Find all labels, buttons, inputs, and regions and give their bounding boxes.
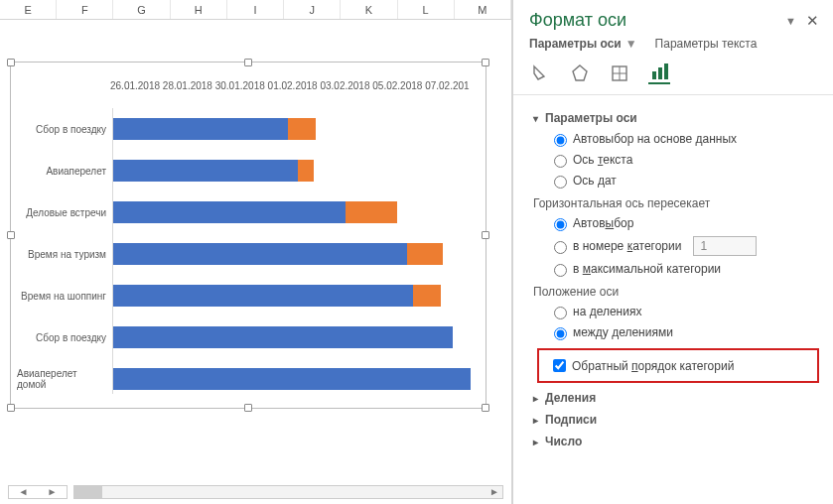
sheet-tab-scroll[interactable]: ◄ ► xyxy=(8,485,68,499)
bar-segment-series2[interactable] xyxy=(346,201,397,223)
axis-position-label: Положение оси xyxy=(533,285,823,299)
tab-text-options[interactable]: Параметры текста xyxy=(655,37,758,51)
axis-tick: 30.01.2018 xyxy=(215,80,268,91)
checkbox-reverse-order[interactable]: Обратный порядок категорий xyxy=(549,356,807,375)
resize-handle[interactable] xyxy=(482,231,489,239)
chart-category-axis[interactable]: Сбор в поездку Авиаперелет Деловые встре… xyxy=(17,108,110,394)
crosses-at-label: Горизонтальная ось пересекает xyxy=(533,196,823,210)
svg-rect-6 xyxy=(664,63,668,79)
axis-tick: 07.02.201 xyxy=(425,80,478,91)
resize-handle[interactable] xyxy=(7,59,15,66)
svg-rect-5 xyxy=(658,67,662,79)
chart-bar-row[interactable] xyxy=(113,316,478,358)
radio-axis-type-auto[interactable]: Автовыбор на основе данных xyxy=(549,131,823,147)
bar-segment-series1[interactable] xyxy=(113,285,413,307)
chart-plot-area[interactable] xyxy=(112,108,478,394)
bar-segment-series2[interactable] xyxy=(413,285,441,307)
format-axis-pane: Формат оси ▼ ✕ Параметры оси ▼ Параметры… xyxy=(513,0,833,504)
section-labels[interactable]: ▸ Подписи xyxy=(533,413,823,427)
resize-handle[interactable] xyxy=(7,231,15,239)
bar-segment-series1[interactable] xyxy=(113,368,471,390)
col-header[interactable]: H xyxy=(171,0,227,19)
bar-segment-series1[interactable] xyxy=(113,160,298,182)
axis-options-icon[interactable] xyxy=(648,63,670,84)
resize-handle[interactable] xyxy=(482,404,489,412)
axis-tick: 26.01.2018 xyxy=(110,80,163,91)
chart-bar-row[interactable] xyxy=(113,233,478,275)
col-header[interactable]: K xyxy=(341,0,397,19)
bar-segment-series2[interactable] xyxy=(298,160,314,182)
chevron-down-icon: ▾ xyxy=(533,113,545,124)
tab-scroll-next-icon[interactable]: ► xyxy=(38,486,67,498)
bar-segment-series1[interactable] xyxy=(113,326,453,348)
tab-scroll-prev-icon[interactable]: ◄ xyxy=(9,486,38,498)
radio-crosses-auto[interactable]: Автовыбор xyxy=(549,215,823,231)
crosses-category-input[interactable] xyxy=(693,236,757,256)
chart-date-axis[interactable]: 26.01.2018 28.01.2018 30.01.2018 01.02.2… xyxy=(110,80,478,91)
radio-crosses-category[interactable]: в номере категории xyxy=(549,236,823,256)
category-label: Авиаперелет xyxy=(17,150,110,191)
svg-rect-4 xyxy=(652,71,656,79)
col-header[interactable]: J xyxy=(284,0,341,19)
chevron-right-icon: ▸ xyxy=(533,437,545,447)
chart-bar-row[interactable] xyxy=(113,358,478,400)
scroll-right-icon[interactable]: ► xyxy=(487,486,501,498)
bar-segment-series2[interactable] xyxy=(288,118,316,140)
dropdown-icon[interactable]: ▼ xyxy=(625,37,637,51)
bar-segment-series1[interactable] xyxy=(113,118,288,140)
radio-position-between-ticks[interactable]: между делениями xyxy=(549,324,823,340)
category-label: Сбор в поездку xyxy=(17,316,110,358)
resize-handle[interactable] xyxy=(482,59,489,66)
category-label: Время на туризм xyxy=(17,233,110,275)
bar-segment-series2[interactable] xyxy=(407,243,443,265)
category-label: Авиаперелет домой xyxy=(17,358,110,400)
horizontal-scrollbar[interactable]: ◄ ► ◄ ► xyxy=(8,484,503,500)
axis-tick: 28.01.2018 xyxy=(163,80,215,91)
col-header[interactable]: M xyxy=(455,0,511,19)
chart-object[interactable]: 26.01.2018 28.01.2018 30.01.2018 01.02.2… xyxy=(10,62,486,409)
radio-axis-type-date[interactable]: Ось дат xyxy=(549,173,823,189)
category-label: Время на шоппинг xyxy=(17,275,110,316)
effects-icon[interactable] xyxy=(569,63,591,84)
axis-tick: 03.02.2018 xyxy=(320,80,372,91)
col-header[interactable]: G xyxy=(113,0,170,19)
axis-tick: 01.02.2018 xyxy=(268,80,321,91)
col-header[interactable]: L xyxy=(398,0,455,19)
category-label: Сбор в поездку xyxy=(17,108,110,150)
col-header[interactable]: I xyxy=(227,0,284,19)
resize-handle[interactable] xyxy=(244,59,252,66)
pane-title: Формат оси xyxy=(529,10,626,31)
highlighted-option: Обратный порядок категорий xyxy=(537,348,819,383)
size-properties-icon[interactable] xyxy=(609,63,630,84)
radio-position-on-ticks[interactable]: на делениях xyxy=(549,304,823,319)
radio-crosses-max[interactable]: в максимальной категории xyxy=(549,261,823,277)
chevron-right-icon: ▸ xyxy=(533,415,545,426)
section-ticks[interactable]: ▸ Деления xyxy=(533,391,823,405)
category-label: Деловые встречи xyxy=(17,191,110,233)
pane-options-dropdown-icon[interactable]: ▼ xyxy=(785,15,796,27)
col-header[interactable]: F xyxy=(57,0,113,19)
chevron-right-icon: ▸ xyxy=(533,393,545,404)
section-axis-options[interactable]: ▾ Параметры оси xyxy=(533,111,823,125)
bar-segment-series1[interactable] xyxy=(113,243,407,265)
section-number[interactable]: ▸ Число xyxy=(533,435,823,448)
resize-handle[interactable] xyxy=(244,404,252,412)
svg-marker-0 xyxy=(573,65,587,80)
radio-axis-type-text[interactable]: Ось текста xyxy=(549,152,823,168)
bar-segment-series1[interactable] xyxy=(113,201,346,223)
tab-axis-options[interactable]: Параметры оси xyxy=(529,37,622,51)
close-icon[interactable]: ✕ xyxy=(806,12,819,30)
chart-bar-row[interactable] xyxy=(113,191,478,233)
chart-bar-row[interactable] xyxy=(113,108,478,150)
scrollbar-track[interactable]: ◄ ► xyxy=(73,485,503,499)
scrollbar-thumb[interactable] xyxy=(74,486,102,498)
chart-bar-row[interactable] xyxy=(113,150,478,191)
axis-tick: 05.02.2018 xyxy=(372,80,425,91)
fill-line-icon[interactable] xyxy=(529,63,551,84)
chart-bar-row[interactable] xyxy=(113,275,478,316)
col-header[interactable]: E xyxy=(0,0,57,19)
column-headers: E F G H I J K L M xyxy=(0,0,511,20)
resize-handle[interactable] xyxy=(7,404,15,412)
spreadsheet-area[interactable]: E F G H I J K L M 26.01.2018 28.01.2018 … xyxy=(0,0,511,504)
